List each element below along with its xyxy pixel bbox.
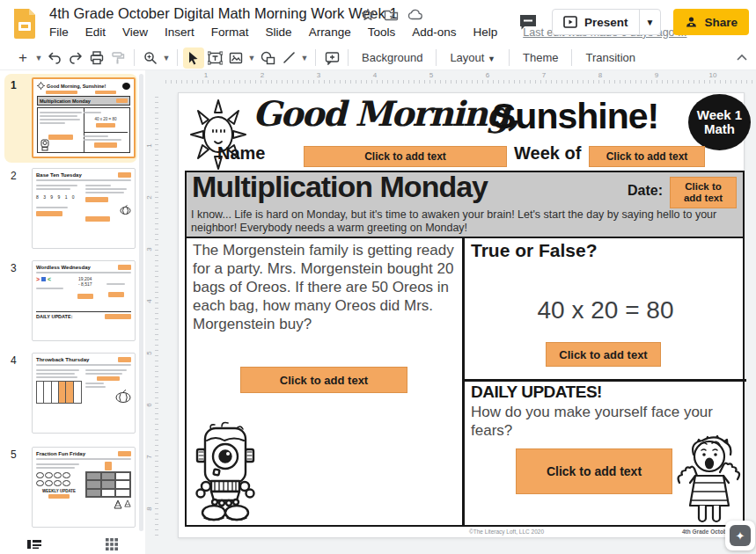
theme-button[interactable]: Theme <box>515 48 566 67</box>
menu-file[interactable]: File <box>48 25 70 40</box>
horizontal-ruler: 1 2 3 4 5 6 7 8 9 10 <box>161 72 756 84</box>
new-slide-dropdown[interactable]: ▼ <box>33 47 44 69</box>
answer-placeholder[interactable]: Click to add text <box>240 367 407 393</box>
select-tool-button[interactable] <box>183 47 204 69</box>
menu-view[interactable]: View <box>121 25 150 40</box>
view-switcher <box>0 535 145 554</box>
mini-date-chip <box>116 98 128 103</box>
slide-number: 1 <box>11 79 17 91</box>
mini-date-chip <box>118 265 131 270</box>
insert-shape-button[interactable] <box>257 47 278 69</box>
mini-placeholder <box>48 494 70 499</box>
week-of-label: Week of <box>514 143 581 164</box>
menu-tools[interactable]: Tools <box>366 25 398 40</box>
badge-line2: Math <box>704 122 735 136</box>
toolbar-separator <box>509 49 510 66</box>
day-title[interactable]: Multiplication Monday <box>192 170 488 204</box>
slide-thumbnail[interactable]: Base Ten Tuesday 8 3 9 9 1 0 <box>32 168 136 249</box>
mini-gt-symbol: > <box>36 276 40 282</box>
insert-comment-button[interactable] <box>321 47 342 69</box>
mini-placeholder <box>94 142 117 148</box>
mini-placeholder <box>48 135 73 140</box>
collapse-toolbar-button[interactable] <box>733 48 751 66</box>
mini-pumpkin-icon <box>45 471 53 478</box>
text-box-button[interactable] <box>204 47 225 69</box>
slide-thumbnail[interactable]: Good Morning, Sunshine! Multiplication M… <box>32 77 136 158</box>
menu-addons[interactable]: Add-ons <box>410 25 458 40</box>
mini-update-label: DAILY UPDATE: <box>36 314 72 319</box>
layout-button[interactable]: Layout ▼ <box>442 48 503 67</box>
mini-digits: 8 3 9 9 1 0 <box>36 194 82 200</box>
scared-boy-clipart <box>672 428 745 527</box>
menu-edit[interactable]: Edit <box>84 25 107 40</box>
background-button[interactable]: Background <box>354 48 430 67</box>
ruler-tick: 6 <box>484 71 491 79</box>
insert-image-dropdown[interactable]: ▼ <box>246 47 257 69</box>
filmstrip-scrollbar[interactable] <box>139 74 143 531</box>
insert-line-dropdown[interactable]: ▼ <box>299 47 310 69</box>
star-icon[interactable] <box>361 8 375 22</box>
slide-thumbnail[interactable]: Fraction Fun Friday <box>32 447 136 528</box>
mini-slide-title: Good Morning, Sunshine! <box>47 84 121 89</box>
ruler-tick: 3 <box>315 71 322 79</box>
toolbar-separator <box>177 49 178 66</box>
toolbar-separator <box>348 49 349 66</box>
daily-updates-placeholder[interactable]: Click to add text <box>516 448 672 494</box>
menu-slide[interactable]: Slide <box>264 25 294 40</box>
slide-thumbnail[interactable]: Wordless Wednesday > < 19,204 - 8,517 <box>32 260 136 341</box>
title-icons <box>361 8 424 22</box>
grid-view-button[interactable] <box>99 536 125 553</box>
print-button[interactable] <box>86 47 107 69</box>
slide-page[interactable]: Good Morning, Sunshine! Week 1 Math Name… <box>178 92 745 538</box>
true-false-heading[interactable]: True or False? <box>471 240 598 261</box>
mini-square-symbol <box>41 277 46 281</box>
new-slide-button[interactable]: + <box>12 47 33 69</box>
filmstrip-view-button[interactable] <box>21 536 48 553</box>
document-title[interactable]: 4th Grade October Digital Math Morning W… <box>49 5 398 22</box>
zoom-dropdown[interactable]: ▼ <box>161 47 172 69</box>
share-button[interactable]: Share <box>673 9 749 35</box>
greeting-script-text[interactable]: Good Morning, <box>253 93 518 134</box>
toolbar-separator <box>134 49 135 66</box>
explore-button[interactable]: ✦ <box>725 521 755 550</box>
word-problem-text[interactable]: The Morgenstein family is getting ready … <box>193 241 457 333</box>
insert-image-button[interactable] <box>225 47 246 69</box>
present-dropdown[interactable]: ▼ <box>639 10 661 34</box>
top-actions: Present ▼ Share <box>517 9 749 35</box>
undo-button[interactable] <box>44 47 65 69</box>
badge-line1: Week 1 <box>697 108 742 122</box>
slides-logo-icon[interactable] <box>12 7 37 39</box>
true-false-placeholder[interactable]: Click to add text <box>546 342 661 367</box>
date-placeholder[interactable]: Click to add text <box>670 177 737 208</box>
menu-arrange[interactable]: Arrange <box>307 25 353 40</box>
mini-placeholder <box>77 294 93 299</box>
equation-text[interactable]: 40 x 20 = 80 <box>465 296 746 324</box>
ruler-tick: 3 <box>145 245 153 252</box>
ruler-tick: 7 <box>540 71 547 79</box>
google-slides-app: 4th Grade October Digital Math Morning W… <box>0 0 756 554</box>
slide-thumbnail-3: 3 Wordless Wednesday > < 19,204 <box>0 257 145 346</box>
mini-date-chip <box>118 357 131 362</box>
week-math-badge[interactable]: Week 1 Math <box>688 94 751 150</box>
slide-thumbnail[interactable]: Throwback Thursday <box>32 353 136 434</box>
menu-insert[interactable]: Insert <box>163 25 196 40</box>
menu-help[interactable]: Help <box>471 25 499 40</box>
move-folder-icon[interactable] <box>384 8 399 22</box>
menu-format[interactable]: Format <box>209 25 251 40</box>
redo-button[interactable] <box>65 47 86 69</box>
comment-history-button[interactable] <box>517 11 539 33</box>
paint-format-button[interactable] <box>107 47 128 69</box>
transition-button[interactable]: Transition <box>577 48 643 67</box>
present-icon <box>563 16 577 28</box>
name-placeholder[interactable]: Click to add text <box>304 146 507 167</box>
present-button[interactable]: Present <box>553 10 639 34</box>
cloud-status-icon[interactable] <box>407 8 424 22</box>
intro-text[interactable]: I know... Life is hard on Monday, but it… <box>191 208 740 235</box>
daily-updates-heading[interactable]: DAILY UPDATES! <box>471 383 602 402</box>
zoom-button[interactable] <box>140 47 161 69</box>
greeting-bold-text[interactable]: Sunshine! <box>492 96 658 137</box>
mini-header: Multiplication Monday <box>40 98 91 104</box>
week-of-placeholder[interactable]: Click to add text <box>589 146 705 167</box>
insert-line-button[interactable] <box>278 47 299 69</box>
ruler-tick: 2 <box>145 193 153 200</box>
